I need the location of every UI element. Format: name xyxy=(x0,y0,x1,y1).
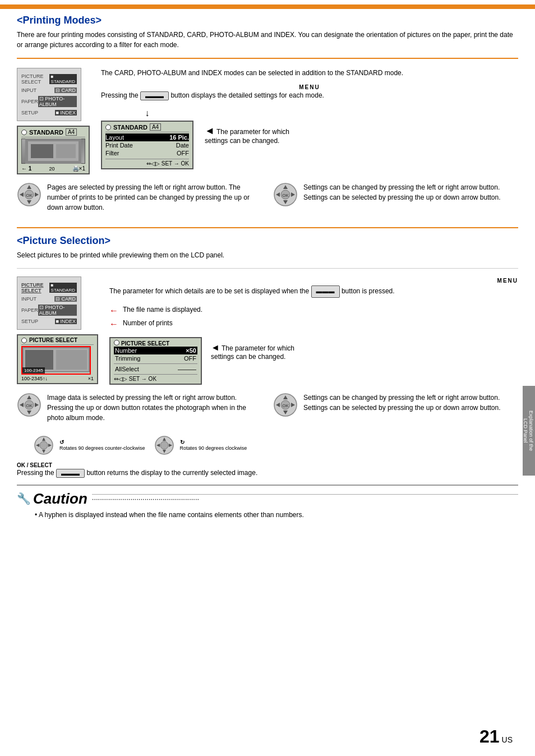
left-arrow-text: Pages are selected by pressing the left … xyxy=(47,182,262,213)
lcd-page-info: ← 1 20 🖨️×1 xyxy=(21,165,85,172)
image-thumbnail xyxy=(21,139,85,164)
svg-point-43 xyxy=(160,441,168,449)
menu-button[interactable]: ▬▬▬ xyxy=(140,91,169,100)
file-name-overlay: 100-2345 xyxy=(22,367,45,374)
picture-selection-title: <Picture Selection> xyxy=(17,235,518,247)
rotate-icons-row: ↺ Rotates 90 degrees counter-clockwise ↻… xyxy=(34,435,518,455)
lcd-ps-settings-label: PICTURE SELECT xyxy=(121,340,169,347)
ps-left-arrow-desc: OK Image data is selected by pressing th… xyxy=(17,393,262,423)
caution-icon: 🔧 xyxy=(17,492,31,505)
svg-text:OK: OK xyxy=(26,193,33,198)
lcd-row-filter: Filter OFF xyxy=(105,149,189,157)
printing-modes-divider xyxy=(17,58,518,59)
lcd-footer-setok: ⇔◁▷ SET → OK xyxy=(105,159,189,167)
ps-nav-row-paper: PAPER ⊡ PHOTO-ALBUM xyxy=(20,303,79,317)
picture-select-right: MENU The parameter for which details are… xyxy=(109,276,518,385)
ps-right-arrow-desc: OK Settings can be changed by pressing t… xyxy=(273,393,518,423)
printing-modes-title: <Printing Modes> xyxy=(17,15,518,26)
ps-right-arrow-text: Settings can be changed by pressing the … xyxy=(303,393,518,413)
menu-description: MENU Pressing the ▬▬▬ button displays th… xyxy=(101,84,518,100)
lcd-standard-panel: STANDARD A4 ← 1 20 xyxy=(17,126,90,174)
page-container: <Printing Modes> There are four printing… xyxy=(0,4,535,756)
ps-arrow-ctrl-right-icon: OK xyxy=(273,393,298,419)
lcd-ps-row-number: Number ×50 xyxy=(114,347,197,354)
lcd-ps-footer: ⇔◁▷ SET → OK xyxy=(114,374,197,382)
caution-section: 🔧 Caution ······························… xyxy=(0,478,535,552)
ok-button[interactable]: ▬▬▬ xyxy=(56,469,85,478)
arrow-desc-row: OK Pages are selected by pressing the le… xyxy=(17,182,518,218)
lcd-standard-label: STANDARD xyxy=(29,129,63,136)
top-bar xyxy=(0,4,535,9)
ok-select-label: OK / SELECT xyxy=(17,462,52,468)
param-note-right: ◄ The parameter for which settings can b… xyxy=(205,125,294,145)
lcd-ps-label: PICTURE SELECT xyxy=(29,337,77,343)
side-tab-label: Explanation of the LCD Panel xyxy=(523,408,534,453)
picture-select-nav-panel: PICTURE SELECT ■ STANDARD INPUT ⊟ CARD P… xyxy=(17,276,81,330)
picture-selection-header: <Picture Selection> xyxy=(17,227,518,247)
caution-border: 🔧 Caution ······························… xyxy=(17,485,518,519)
picture-selection-desc: Select pictures to be printed while prev… xyxy=(17,250,518,260)
caution-bullet-1: • A hyphen is displayed instead when the… xyxy=(35,511,518,519)
ps-annotation-prints: ← Number of prints xyxy=(109,319,518,329)
ps-nav-row-picture: PICTURE SELECT ■ STANDARD xyxy=(20,281,79,294)
nav-row-paper: PAPER ⊡ PHOTO-ALBUM xyxy=(20,95,79,108)
left-arrow-desc: OK Pages are selected by pressing the le… xyxy=(17,182,262,213)
ps-thumbnail-area: 100-2345 xyxy=(21,346,94,375)
lcd-picture-settings: PICTURE SELECT Number ×50 Trimming OFF xyxy=(109,337,202,385)
ps-left-arrow-text: Image data is selected by pressing the l… xyxy=(47,393,262,423)
page-number: 21 xyxy=(479,726,500,747)
right-arrow-desc: OK Settings can be changed by pressing t… xyxy=(273,182,518,213)
page-number-area: 21 US xyxy=(479,726,513,747)
nav-row-setup: SETUP ■ INDEX xyxy=(20,109,79,117)
rotate-ccw-label: ↺ Rotates 90 degrees counter-clockwise xyxy=(59,439,145,451)
lcd-picture-select-panel: PICTURE SELECT xyxy=(17,334,98,384)
svg-point-37 xyxy=(40,441,48,449)
svg-text:OK: OK xyxy=(26,403,33,408)
ps-lcd-bottom-info: 100-2345↑↓ ×1 xyxy=(21,376,94,381)
ps-menu-button[interactable]: ▬▬▬ xyxy=(311,285,340,298)
printing-modes-desc: There are four printing modes consisting… xyxy=(17,30,518,50)
ps-arrow-ctrl-left-icon: OK xyxy=(17,393,41,419)
lcd-ps-title-row: PICTURE SELECT xyxy=(21,337,94,345)
device-nav-panel: PICTURE SELECT ■ STANDARD INPUT ⊟ CARD P… xyxy=(17,68,81,121)
picture-selection-divider xyxy=(17,268,518,269)
ps-nav-row-input: INPUT ⊟ CARD xyxy=(20,295,79,303)
svg-rect-2 xyxy=(31,144,53,158)
printing-modes-right: The CARD, PHOTO-ALBUM and INDEX modes ca… xyxy=(101,68,518,174)
arrow-ctrl-right-icon: OK xyxy=(273,182,298,209)
lcd-settings-a4: A4 xyxy=(150,123,161,131)
ps-arrow-desc-row: OK Image data is selected by pressing th… xyxy=(17,393,518,428)
right-arrow-text: Settings can be changed by pressing the … xyxy=(303,182,518,202)
caution-header: 🔧 Caution ······························… xyxy=(17,490,518,508)
svg-text:OK: OK xyxy=(282,403,289,408)
ok-select-row: OK / SELECT Pressing the ▬▬▬ button retu… xyxy=(17,461,518,478)
ps-menu-label: MENU xyxy=(109,276,518,285)
lcd-ps-row-allselect: AllSelect ——— xyxy=(114,365,197,373)
lcd-circle xyxy=(21,130,27,135)
menu-label: MENU xyxy=(101,84,518,90)
nav-row-picture-select: PICTURE SELECT ■ STANDARD xyxy=(20,72,79,86)
side-tab: Explanation of the LCD Panel xyxy=(523,386,535,476)
caution-bullets: • A hyphen is displayed instead when the… xyxy=(26,511,518,519)
lcd-settings-panel: STANDARD A4 Layout 16 Pic. Print Date Da… xyxy=(101,121,193,169)
lcd-standard-title-row: STANDARD A4 xyxy=(21,128,85,137)
lcd-row-layout: Layout 16 Pic. xyxy=(105,133,189,141)
arrow-ctrl-left-icon: OK xyxy=(17,182,41,209)
ps-param-note: ◄ The parameter for which settings can b… xyxy=(211,343,295,361)
ps-param-text-area: MENU The parameter for which details are… xyxy=(109,276,518,298)
page-locale: US xyxy=(502,735,513,744)
lcd-ps-circle xyxy=(21,338,27,343)
rotate-cw-item: ↻ Rotates 90 degrees clockwise xyxy=(154,435,247,455)
lcd-settings-left-area: ↓ STANDARD A4 Layout 16 Pic. xyxy=(101,108,193,169)
nav-row-input: INPUT ⊟ CARD xyxy=(20,86,79,94)
picture-selection-layout: PICTURE SELECT ■ STANDARD INPUT ⊟ CARD P… xyxy=(17,276,518,385)
svg-rect-20 xyxy=(25,350,53,370)
svg-rect-3 xyxy=(56,144,76,158)
printing-modes-intro: The CARD, PHOTO-ALBUM and INDEX modes ca… xyxy=(101,68,518,79)
menu-desc-row: Pressing the ▬▬▬ button displays the det… xyxy=(101,91,518,100)
svg-rect-21 xyxy=(56,350,87,370)
ps-nav-row-setup: SETUP ■ INDEX xyxy=(20,317,79,325)
lcd-ps-separator xyxy=(114,363,197,364)
svg-text:OK: OK xyxy=(282,193,289,198)
lcd-a4-label: A4 xyxy=(66,128,77,136)
